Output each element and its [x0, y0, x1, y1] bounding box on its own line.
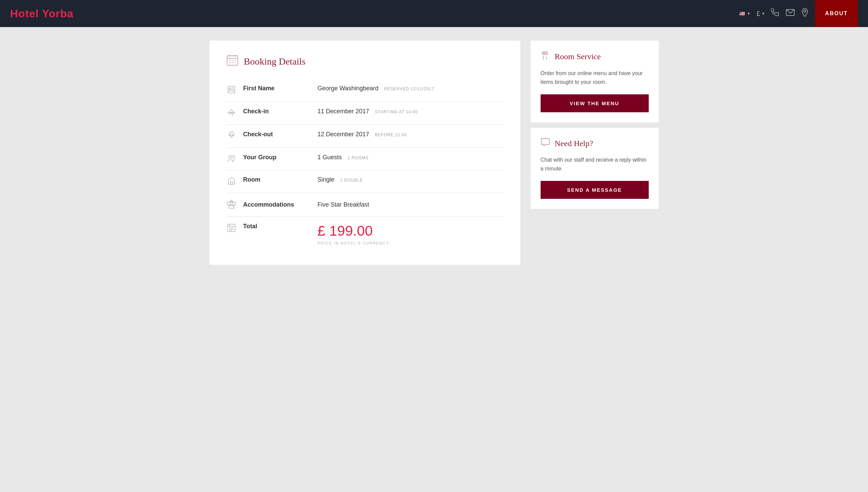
email-icon[interactable]: [786, 9, 795, 18]
room-value: Single 1 DOUBLE: [318, 176, 363, 183]
room-service-title-row: Room Service: [541, 51, 649, 62]
need-help-title-row: Need Help?: [541, 138, 649, 149]
navbar: Hotel Yorba 🇺🇸 ▾ £ ▾ ABOUT: [0, 0, 868, 27]
firstname-label: First Name: [243, 85, 311, 92]
language-selector[interactable]: 🇺🇸 ▾: [739, 11, 750, 17]
booking-panel: Booking Details First Name George Washin…: [209, 41, 520, 265]
double-badge: 1 DOUBLE: [340, 178, 363, 183]
language-chevron: ▾: [748, 11, 750, 16]
rooms-badge: 1 ROOMS: [348, 156, 369, 160]
send-message-button[interactable]: SEND A MESSAGE: [541, 181, 649, 199]
navbar-right: 🇺🇸 ▾ £ ▾ ABOUT: [739, 0, 858, 27]
person-icon: [226, 86, 237, 95]
checkin-badge: STARTING AT 14:00: [375, 110, 418, 114]
about-button[interactable]: ABOUT: [815, 0, 858, 27]
total-value-block: £ 199.00 PRICE IN HOTEL'S CURRENCY: [318, 223, 389, 245]
need-help-panel: Need Help? Chat with our staff and recei…: [530, 128, 659, 209]
phone-icon[interactable]: [771, 8, 779, 19]
utensils-icon: [541, 51, 550, 62]
room-service-desc: Order from our online menu and have your…: [541, 69, 649, 86]
checkin-icon: [226, 109, 237, 118]
accommodations-icon: [226, 200, 237, 210]
total-label: Total: [243, 223, 311, 230]
right-panels: Room Service Order from our online menu …: [530, 41, 659, 265]
svg-rect-24: [231, 200, 232, 202]
total-price: £ 199.00: [318, 223, 389, 239]
table-row: First Name George Washingbeard RESERVED …: [226, 79, 503, 102]
table-row: Total £ 199.00 PRICE IN HOTEL'S CURRENCY: [226, 217, 503, 251]
checkout-badge: BEFORE 12:00: [375, 133, 407, 137]
svg-rect-12: [228, 86, 235, 93]
need-help-title: Need Help?: [555, 139, 593, 148]
checkout-icon: [226, 132, 237, 141]
chat-icon: [541, 138, 550, 149]
svg-rect-16: [228, 113, 235, 113]
svg-point-13: [229, 88, 231, 90]
group-value: 1 Guests 1 ROOMS: [318, 154, 369, 161]
room-service-panel: Room Service Order from our online menu …: [530, 41, 659, 122]
table-row: Accommodations Five Star Breakfast: [226, 193, 503, 217]
svg-rect-25: [227, 202, 231, 205]
booking-panel-title: Booking Details: [244, 56, 306, 67]
svg-rect-26: [232, 202, 235, 205]
checkout-label: Check-out: [243, 131, 311, 138]
location-icon[interactable]: [801, 8, 808, 19]
checkin-value: 11 December 2017 STARTING AT 14:00: [318, 108, 418, 115]
svg-point-20: [229, 156, 231, 158]
accommodations-label: Accommodations: [243, 201, 311, 208]
group-label: Your Group: [243, 154, 311, 161]
checkout-value: 12 December 2017 BEFORE 12:00: [318, 131, 407, 138]
checkin-label: Check-in: [243, 108, 311, 115]
svg-rect-27: [229, 206, 234, 208]
table-row: Check-out 12 December 2017 BEFORE 12:00: [226, 125, 503, 148]
accommodations-value: Five Star Breakfast: [318, 201, 369, 208]
currency-chevron: ▾: [762, 11, 764, 16]
brand-logo: Hotel Yorba: [10, 7, 74, 20]
currency-symbol: £: [757, 9, 760, 18]
currency-selector[interactable]: £ ▾: [757, 9, 764, 18]
group-icon: [226, 155, 237, 164]
reserved-badge: RESERVED 12/11/2017: [384, 87, 434, 91]
need-help-desc: Chat with our staff and receive a reply …: [541, 156, 649, 173]
price-note: PRICE IN HOTEL'S CURRENCY: [318, 241, 389, 245]
table-row: Your Group 1 Guests 1 ROOMS: [226, 148, 503, 170]
svg-point-1: [804, 10, 806, 12]
firstname-value: George Washingbeard RESERVED 12/11/2017: [318, 85, 435, 92]
svg-rect-23: [230, 182, 232, 184]
room-icon: [226, 177, 237, 187]
room-service-title: Room Service: [555, 52, 601, 61]
flag-icon: 🇺🇸: [739, 11, 745, 17]
main-content: Booking Details First Name George Washin…: [189, 27, 679, 278]
table-row: Room Single 1 DOUBLE: [226, 170, 503, 193]
calendar-icon: [226, 54, 239, 69]
booking-title-row: Booking Details: [226, 54, 503, 69]
view-menu-button[interactable]: VIEW THE MENU: [541, 94, 649, 112]
svg-point-21: [232, 156, 235, 158]
total-icon: [226, 224, 237, 234]
table-row: Check-in 11 December 2017 STARTING AT 14…: [226, 102, 503, 125]
accommodations-block: Accommodations: [243, 201, 311, 208]
room-label: Room: [243, 176, 311, 183]
